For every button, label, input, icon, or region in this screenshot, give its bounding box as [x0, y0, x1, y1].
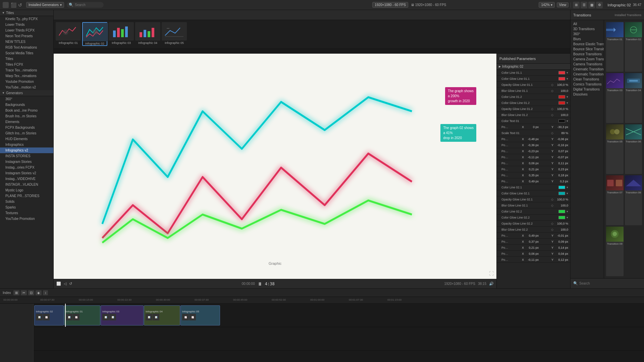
youtube-promo-item[interactable]: Youtube Promotion	[0, 79, 53, 84]
plane-stories-item[interactable]: PLANE PR...STORIES	[0, 193, 53, 199]
play-pause-button[interactable]: ⏸	[258, 281, 262, 287]
lower-thirds-fcpx-item[interactable]: Lower Thirds FCPX	[0, 27, 53, 33]
media-thumb-1[interactable]: Infographic 01	[56, 22, 81, 46]
zoom-control[interactable]: 142% ▾	[539, 2, 554, 8]
filmstrip-icon[interactable]: ▦	[588, 2, 595, 8]
transitions-cat-digital[interactable]: Digital Transitions	[571, 87, 604, 92]
transitions-cat-camera[interactable]: Camera Transitions	[571, 62, 604, 67]
transition-thumb-02[interactable]: Transition 02	[625, 22, 642, 72]
list-view-icon[interactable]: ☰	[581, 2, 587, 8]
timeline-tool-5[interactable]: ↕	[43, 290, 48, 295]
warp-text-item[interactable]: Warp Tex...nimations	[0, 73, 53, 79]
search-box[interactable]: 🔍	[67, 2, 104, 8]
titles-section[interactable]: ▼ Titles	[0, 10, 53, 16]
new-titles-item[interactable]: NEW TITLES	[0, 39, 53, 45]
transitions-cat-3d[interactable]: 3D Transitions	[571, 26, 604, 32]
grid-view-icon[interactable]: ⊞	[573, 2, 580, 8]
infographics-v2-item[interactable]: Infographics v2	[0, 147, 53, 153]
color-swatch-text-01[interactable]	[558, 119, 565, 123]
view-button[interactable]: View	[557, 2, 569, 7]
volume-icon[interactable]: 🔊	[489, 282, 494, 286]
book-promo-item[interactable]: Book and...ine Promo	[0, 108, 53, 113]
transitions-cat-bounce-elastic[interactable]: Bounce Elastic Transitions	[571, 42, 604, 47]
instagram-stories-item[interactable]: Instagram Stories	[0, 159, 53, 165]
rgb-text-anim-item[interactable]: RGB Text Animations	[0, 45, 53, 50]
generators-section[interactable]: ▼ Generators	[0, 90, 53, 96]
infographics-item[interactable]: Infographics	[0, 142, 53, 147]
transitions-search-input[interactable]	[579, 282, 641, 285]
color-swatch-line-02-2[interactable]	[558, 210, 565, 213]
mystic-logo-item[interactable]: Mystic Logo	[0, 187, 53, 193]
loop-icon[interactable]: ↺	[69, 282, 72, 286]
trace-text-item[interactable]: Trace Tex...nimations	[0, 67, 53, 73]
params-section-header[interactable]: ▶ Infographic 02	[497, 64, 570, 70]
color-swatch-glow-02-1[interactable]	[558, 192, 565, 195]
transition-thumb-07[interactable]: Transition 07	[606, 175, 624, 225]
media-thumb-3[interactable]: Infographic 03	[109, 22, 134, 46]
solids-item[interactable]: Solids	[0, 199, 53, 204]
transition-thumb-04[interactable]: Transition 04	[625, 73, 642, 123]
color-swatch-glow-02-2[interactable]	[558, 216, 565, 219]
view-mode-icon[interactable]: ⬜	[56, 282, 61, 286]
glitch-item[interactable]: Glitch Ins...m Stories	[0, 130, 53, 136]
transitions-cat-comics[interactable]: Comics Transitions	[571, 82, 604, 87]
transitions-cat-blur[interactable]: Blurs	[571, 37, 604, 42]
fullscreen-icon[interactable]: ⛶	[489, 271, 494, 276]
transitions-cat-clean[interactable]: Clean Transitions	[571, 77, 604, 82]
resolution-dropdown[interactable]: 644×362 - 60 FPS	[372, 2, 408, 8]
timeline-tool-3[interactable]: ⊡	[28, 290, 34, 295]
transitions-cat-bounce[interactable]: Bounce Transitions	[571, 52, 604, 57]
media-thumb-2[interactable]: Infographic 02	[82, 22, 107, 46]
hud-item[interactable]: HUD Elements	[0, 136, 53, 142]
clip-infographic-03[interactable]: Infographic 03 📊 📊	[101, 305, 144, 325]
clip-infographic-04[interactable]: Infographic 04 📊 📊	[144, 305, 180, 325]
color-swatch-glow-01-1[interactable]	[558, 77, 565, 80]
kinetic-typography-item[interactable]: Kinetic Ty...phy FCPX	[0, 16, 53, 22]
color-swatch-line-02-1[interactable]	[558, 186, 565, 189]
transition-thumb-01[interactable]: Transition 01	[606, 22, 624, 72]
timeline-tool-4[interactable]: ◈	[36, 290, 42, 295]
timeline-tool-1[interactable]: ⊞	[13, 290, 19, 295]
insta-stories-item[interactable]: INSTA STORIES	[0, 153, 53, 159]
transitions-cat-bounce-slice[interactable]: Bounce Slice Transitions	[571, 47, 604, 52]
titles-item[interactable]: Titles	[0, 56, 53, 62]
instagram-v2-item[interactable]: Instagram Stories v2	[0, 170, 53, 176]
generators-dropdown[interactable]: Installed Generators ▾	[26, 2, 64, 8]
clip-infographic-02[interactable]: Infographic 02 📊 📈	[34, 305, 64, 325]
transitions-cat-camera-zoom[interactable]: Camera Zoom Transitions	[571, 57, 604, 62]
youtube-motion-item[interactable]: YouTube...motion v2	[0, 84, 53, 90]
playhead[interactable]	[65, 304, 66, 327]
color-swatch-line-01-1[interactable]	[558, 71, 565, 74]
transition-thumb-09[interactable]: Transition 09	[606, 227, 624, 276]
media-thumb-4[interactable]: Infographic 04	[135, 22, 160, 46]
instagram-videohive-item[interactable]: Instag...VIDEOHIVE	[0, 176, 53, 182]
titles-fcpx-item[interactable]: Titles FCPX	[0, 62, 53, 67]
textures-item[interactable]: Textures	[0, 210, 53, 216]
audio-icon[interactable]: ◁	[64, 282, 66, 286]
social-media-titles-item[interactable]: Social Media Titles	[0, 50, 53, 56]
brush-stories-item[interactable]: Brush Ins...m Stories	[0, 113, 53, 119]
transition-thumb-06[interactable]: Transition 06	[625, 124, 642, 174]
transitions-cat-360[interactable]: 360°	[571, 32, 604, 37]
media-thumb-5[interactable]: — Infographic 05	[162, 22, 187, 46]
clip-infographic-01[interactable]: Infographic 01 📊 📈	[64, 305, 100, 325]
transitions-cat-cinematic-v2[interactable]: Cinematic Transitions v2	[571, 72, 604, 77]
360-item[interactable]: 360°	[0, 96, 53, 102]
search-input[interactable]	[75, 3, 102, 7]
instagr-vladlen-item[interactable]: INSTAGR...VLADLEN	[0, 182, 53, 187]
timeline-tool-2[interactable]: ✂	[21, 290, 27, 295]
youtube-promo-gen-item[interactable]: YouTube Promotion	[0, 216, 53, 222]
elements-item[interactable]: Elements	[0, 119, 53, 125]
transition-thumb-08[interactable]: Transition 08	[625, 175, 642, 225]
nav-icon[interactable]: ⬛	[11, 2, 16, 8]
color-swatch-line-01-2[interactable]	[558, 95, 565, 99]
settings-icon[interactable]: ⚙	[596, 2, 603, 8]
clip-infographic-05[interactable]: Infographic 05 📈 📈	[180, 305, 220, 325]
lower-thirds-item[interactable]: Lower Thirds	[0, 22, 53, 27]
transition-thumb-03[interactable]: Transition 03	[606, 73, 624, 123]
transitions-cat-cinematic[interactable]: Cinematic Transitions	[571, 67, 604, 72]
color-swatch-glow-01-2[interactable]	[558, 101, 565, 105]
transitions-cat-dissolves[interactable]: Dissolves	[571, 92, 604, 97]
sparks-item[interactable]: Sparks	[0, 204, 53, 210]
backgrounds-item[interactable]: Backgrounds	[0, 102, 53, 108]
